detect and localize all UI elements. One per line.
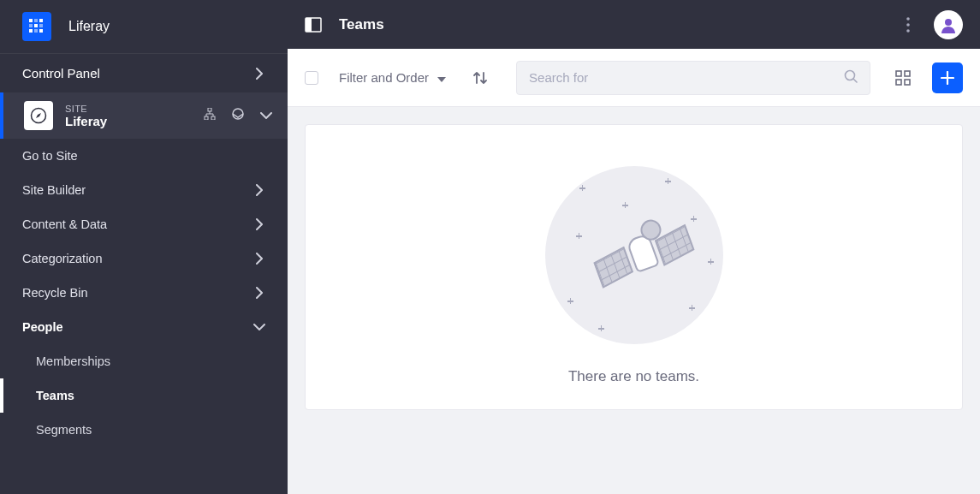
sort-button[interactable]: [466, 64, 494, 92]
nav-recycle-bin[interactable]: Recycle Bin: [0, 276, 288, 310]
brand-row[interactable]: Liferay: [0, 0, 288, 54]
nav-label: Go to Site: [22, 149, 77, 163]
main: Teams Filter and Order: [288, 0, 980, 494]
chevron-right-icon: [253, 68, 265, 80]
filter-label: Filter and Order: [339, 70, 429, 85]
site-text: SITE Liferay: [65, 104, 192, 128]
nav-people[interactable]: People: [0, 310, 288, 344]
subnav-teams[interactable]: Teams: [0, 378, 288, 413]
caret-down-icon: [437, 70, 446, 85]
chevron-down-icon[interactable]: [260, 110, 272, 122]
empty-state-card: There are no teams.: [305, 124, 963, 410]
svg-rect-11: [205, 116, 208, 120]
subnav-memberships[interactable]: Memberships: [0, 344, 288, 378]
svg-rect-15: [306, 18, 312, 32]
nav-label: Segments: [36, 423, 92, 437]
svg-point-18: [906, 29, 910, 33]
empty-message: There are no teams.: [568, 368, 699, 385]
filter-order-button[interactable]: Filter and Order: [336, 65, 449, 90]
empty-illustration: [545, 166, 723, 344]
tree-icon[interactable]: [204, 108, 216, 123]
svg-rect-7: [34, 29, 38, 33]
svg-rect-2: [39, 19, 43, 22]
svg-rect-4: [34, 24, 38, 27]
nav-label: Content & Data: [22, 217, 107, 231]
nav-site-builder[interactable]: Site Builder: [0, 173, 288, 207]
nav-go-to-site[interactable]: Go to Site: [0, 139, 288, 173]
nav-label: Recycle Bin: [22, 286, 88, 300]
view-cards-button[interactable]: [888, 62, 918, 93]
select-all-checkbox[interactable]: [305, 71, 318, 85]
panel-toggle-icon[interactable]: [305, 16, 322, 33]
chevron-right-icon: [253, 287, 265, 299]
search-input[interactable]: [529, 70, 844, 85]
chevron-right-icon: [253, 184, 265, 196]
nav-categorization[interactable]: Categorization: [0, 241, 288, 276]
sidebar: Liferay Control Panel SITE Liferay G: [0, 0, 288, 494]
nav-label: Teams: [36, 389, 74, 402]
svg-point-17: [906, 23, 910, 27]
user-avatar[interactable]: [934, 10, 963, 39]
page-title: Teams: [339, 16, 879, 33]
liferay-logo-icon: [22, 12, 51, 41]
chevron-down-icon: [253, 321, 265, 333]
search-icon[interactable]: [844, 69, 858, 86]
chevron-right-icon: [253, 253, 265, 265]
svg-rect-22: [905, 71, 910, 76]
site-actions: [204, 107, 272, 124]
nav-control-panel[interactable]: Control Panel: [0, 54, 288, 92]
svg-rect-0: [29, 19, 33, 22]
svg-rect-12: [211, 116, 215, 120]
site-name: Liferay: [65, 114, 192, 128]
site-label: SITE: [65, 104, 192, 114]
svg-point-19: [945, 19, 952, 26]
svg-rect-23: [896, 80, 901, 85]
target-icon[interactable]: [231, 107, 245, 124]
brand-name: Liferay: [68, 19, 110, 34]
more-menu-button[interactable]: [896, 13, 920, 37]
svg-point-16: [906, 17, 910, 21]
nav-label: Memberships: [36, 354, 110, 368]
chevron-right-icon: [253, 218, 265, 230]
content-area: There are no teams.: [288, 107, 980, 494]
svg-rect-3: [29, 24, 33, 27]
svg-rect-5: [39, 24, 43, 27]
toolbar: Filter and Order: [288, 49, 980, 107]
nav-label: Categorization: [22, 252, 103, 265]
nav-label: People: [22, 320, 63, 334]
nav-label: Control Panel: [22, 66, 100, 80]
subnav-segments[interactable]: Segments: [0, 413, 288, 447]
svg-rect-1: [34, 19, 38, 22]
search-box[interactable]: [516, 61, 870, 95]
site-selector[interactable]: SITE Liferay: [0, 92, 288, 139]
svg-rect-10: [208, 108, 211, 111]
add-button[interactable]: [932, 62, 963, 93]
topbar: Teams: [288, 0, 980, 49]
svg-rect-21: [896, 71, 901, 76]
svg-rect-6: [29, 29, 33, 33]
svg-rect-8: [39, 29, 43, 33]
nav-content-data[interactable]: Content & Data: [0, 207, 288, 241]
nav-label: Site Builder: [22, 183, 86, 197]
compass-icon: [24, 101, 53, 130]
svg-rect-24: [905, 80, 910, 85]
